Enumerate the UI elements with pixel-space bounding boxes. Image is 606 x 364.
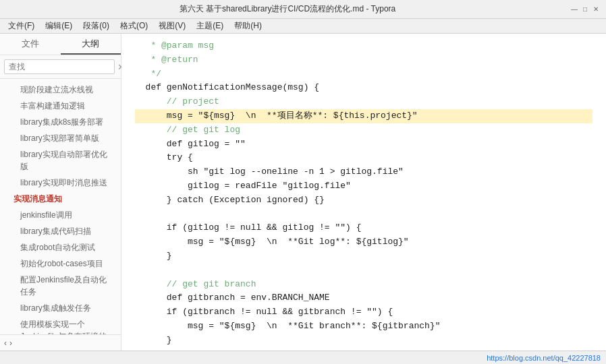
search-bar: ✕ [0, 55, 121, 79]
menu-item-编辑(E)[interactable]: 编辑(E) [40, 19, 78, 33]
menu-item-帮助(H)[interactable]: 帮助(H) [229, 19, 267, 33]
menu-bar: 文件(F)编辑(E)段落(0)格式(O)视图(V)主题(E)帮助(H) [0, 19, 606, 34]
code-line: if (gitlog != null && gitlog != "") { [135, 222, 361, 233]
code-line [135, 209, 140, 219]
code-line: if (gitbranch != null && gitbranch != ""… [135, 307, 393, 317]
outline-item[interactable]: 实现消息通知 [0, 191, 121, 207]
nav-left-arrow[interactable]: ‹ [4, 338, 7, 348]
tab-files[interactable]: 文件 [0, 34, 61, 55]
code-line: * @return [135, 55, 198, 65]
outline-item[interactable]: library集成触发任务 [0, 300, 121, 316]
code-line: // get git branch [135, 279, 256, 289]
window-controls: — □ ✕ [570, 5, 601, 14]
menu-item-文件(F)[interactable]: 文件(F) [3, 19, 40, 33]
status-bar: https://blog.csdn.net/qq_42227818 [0, 351, 606, 364]
menu-item-段落(0)[interactable]: 段落(0) [78, 19, 115, 33]
title-text: 第六天 基于sharedLibrary进行CI/CD流程的优化.md - Typ… [5, 3, 570, 15]
maximize-button[interactable]: □ [580, 5, 590, 14]
sidebar: 文件 大纲 ✕ 现阶段建立流水线视丰富构建通知逻辑library集成k8s服务部… [0, 34, 121, 351]
outline-item[interactable]: library实现自动部署优化版 [0, 146, 121, 175]
code-area[interactable]: * @param msg * @return */ def genNotific… [121, 34, 606, 351]
code-line: def gitlog = "" [135, 139, 246, 149]
outline-item[interactable]: 集成robot自动化测试 [0, 239, 121, 255]
menu-item-主题(E)[interactable]: 主题(E) [191, 19, 229, 33]
outline-item[interactable]: 现阶段建立流水线视 [0, 82, 121, 98]
outline-item[interactable]: 丰富构建通知逻辑 [0, 98, 121, 114]
title-bar: 第六天 基于sharedLibrary进行CI/CD流程的优化.md - Typ… [0, 0, 606, 19]
menu-item-格式(O)[interactable]: 格式(O) [115, 19, 153, 33]
code-block: * @param msg * @return */ def genNotific… [121, 39, 606, 351]
code-line: * @param msg [135, 40, 214, 51]
nav-right-arrow[interactable]: › [9, 338, 12, 348]
search-input[interactable] [4, 59, 115, 74]
code-line: msg = "${msg} \n **Git log**: ${gitlog}" [135, 237, 409, 247]
code-line: // project [135, 96, 219, 107]
close-button[interactable]: ✕ [591, 5, 601, 14]
code-line: sh "git log --oneline -n 1 > gitlog.file… [135, 166, 404, 177]
main-content: 文件 大纲 ✕ 现阶段建立流水线视丰富构建通知逻辑library集成k8s服务部… [0, 34, 606, 351]
code-line: } catch (Exception ignored) {} [135, 195, 325, 205]
code-line [135, 265, 140, 275]
code-line: def genNotificationMessage(msg) { [135, 82, 319, 92]
outline-item[interactable]: library实现即时消息推送 [0, 175, 121, 191]
code-line: } [135, 251, 172, 261]
code-line: msg = "${msg} \n **项目名称**: ${this.projec… [135, 111, 593, 121]
outline-item[interactable]: 使用模板实现一个Jenkinsfile与多套环境的自动化集成 [0, 316, 121, 334]
outline-item[interactable]: library集成k8s服务部署 [0, 114, 121, 130]
sidebar-nav: ‹ › [0, 334, 121, 351]
outline-item[interactable]: 初始化robot-cases项目 [0, 255, 121, 272]
code-line: def gitbranch = env.BRANCH_NAME [135, 293, 330, 303]
code-line: // get git log [135, 125, 240, 135]
tab-outline[interactable]: 大纲 [61, 34, 121, 55]
editor: * @param msg * @return */ def genNotific… [121, 34, 606, 351]
code-line: gitlog = readFile "gitlog.file" [135, 181, 351, 191]
menu-item-视图(V)[interactable]: 视图(V) [153, 19, 191, 33]
outline-item[interactable]: 配置Jenkinsfile及自动化任务 [0, 272, 121, 300]
code-line: } [135, 335, 172, 345]
outline-item[interactable]: library集成代码扫描 [0, 223, 121, 239]
sidebar-tabs: 文件 大纲 [0, 34, 121, 55]
status-url[interactable]: https://blog.csdn.net/qq_42227818 [487, 354, 601, 362]
outline-item[interactable]: jenkinsfile调用 [0, 207, 121, 223]
code-line: try { [135, 152, 193, 162]
outline-item[interactable]: library实现部署简单版 [0, 130, 121, 146]
outline-list: 现阶段建立流水线视丰富构建通知逻辑library集成k8s服务部署library… [0, 79, 121, 334]
minimize-button[interactable]: — [570, 5, 579, 14]
code-line: msg = "${msg} \n **Git branch**: ${gitbr… [135, 321, 440, 331]
code-line: */ [135, 69, 161, 79]
